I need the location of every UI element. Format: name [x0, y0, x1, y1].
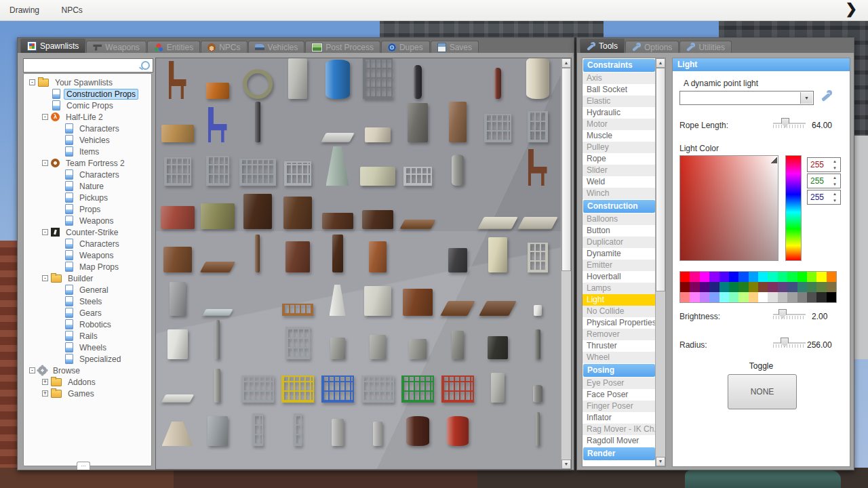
tree-item-weapons[interactable]: Weapons	[24, 215, 151, 226]
palette-swatch[interactable]	[758, 282, 768, 292]
tree-item-browse[interactable]: -Browse	[24, 365, 151, 376]
tool-item-slider[interactable]: Slider	[583, 165, 656, 176]
palette-swatch[interactable]	[709, 292, 719, 302]
prop-thumbnail[interactable]	[197, 363, 237, 407]
tab-entities[interactable]: Entities	[147, 41, 200, 53]
tool-item-ball-socket[interactable]: Ball Socket	[583, 84, 656, 96]
prop-thumbnail[interactable]	[357, 363, 397, 407]
prop-thumbnail[interactable]	[357, 103, 397, 146]
prop-thumbnail[interactable]	[197, 60, 237, 103]
prop-thumbnail[interactable]	[237, 233, 277, 277]
prop-thumbnail[interactable]	[357, 60, 397, 103]
radius-slider[interactable]	[773, 338, 806, 348]
palette-swatch[interactable]	[700, 272, 709, 282]
prop-thumbnail[interactable]	[157, 146, 197, 190]
palette-swatch[interactable]	[827, 282, 836, 292]
prop-thumbnail[interactable]	[317, 60, 357, 103]
palette-swatch[interactable]	[700, 292, 709, 302]
rope-length-slider[interactable]	[773, 118, 806, 129]
tree-item-team-fortress-2[interactable]: -Team Fortress 2	[24, 157, 151, 169]
prop-thumbnail[interactable]	[197, 450, 237, 470]
prop-thumbnail[interactable]	[197, 277, 237, 320]
tool-item-face-poser[interactable]: Face Poser	[583, 389, 656, 401]
tool-item-duplicator[interactable]: Duplicator	[583, 237, 656, 248]
prop-thumbnail[interactable]	[357, 407, 397, 450]
tree-item-specialized[interactable]: Specialized	[24, 353, 151, 365]
prop-thumbnail[interactable]	[517, 277, 557, 320]
prop-thumbnail[interactable]	[477, 103, 517, 146]
palette-swatch[interactable]	[690, 272, 699, 282]
tree-item-characters[interactable]: Characters	[24, 123, 151, 134]
tool-item-rag-mover-ik-ch-[interactable]: Rag Mover - IK Ch...	[583, 424, 656, 435]
prop-thumbnail[interactable]	[277, 277, 317, 320]
collapse-icon[interactable]: -	[42, 160, 48, 166]
tree-item-weapons[interactable]: Weapons	[24, 249, 151, 261]
prop-thumbnail[interactable]	[157, 450, 197, 470]
prop-thumbnail[interactable]	[397, 146, 437, 190]
palette-swatch[interactable]	[797, 272, 807, 282]
scrollbar-thumb[interactable]	[656, 68, 665, 291]
tool-item-button[interactable]: Button	[583, 225, 656, 237]
prop-thumbnail[interactable]	[517, 103, 557, 146]
spin-up-icon[interactable]: ▲	[833, 176, 837, 180]
tool-item-emitter[interactable]: Emitter	[583, 260, 656, 271]
palette-swatch[interactable]	[787, 282, 797, 292]
palette-swatch[interactable]	[729, 282, 738, 292]
palette-swatch[interactable]	[749, 282, 758, 292]
palette-swatch[interactable]	[738, 272, 748, 282]
tree-item-pickups[interactable]: Pickups	[24, 192, 151, 203]
palette-swatch[interactable]	[787, 272, 797, 282]
none-toggle-button[interactable]: NONE	[728, 374, 797, 409]
palette-swatch[interactable]	[738, 292, 748, 302]
red-value-spinner[interactable]: 255▲▼	[807, 157, 841, 172]
prop-thumbnail[interactable]	[437, 363, 477, 407]
palette-swatch[interactable]	[778, 282, 787, 292]
prop-thumbnail[interactable]	[237, 103, 277, 146]
palette-swatch[interactable]	[729, 292, 738, 302]
palette-swatch[interactable]	[807, 272, 816, 282]
palette-swatch[interactable]	[807, 282, 816, 292]
blue-value-spinner[interactable]: 255▲▼	[807, 190, 841, 205]
tree-item-gears[interactable]: Gears	[24, 307, 151, 319]
palette-swatch[interactable]	[680, 272, 690, 282]
prop-thumbnail[interactable]	[517, 407, 557, 450]
palette-swatch[interactable]	[787, 292, 797, 302]
palette-swatch[interactable]	[778, 272, 787, 282]
palette-swatch[interactable]	[690, 292, 699, 302]
expand-icon[interactable]: +	[42, 379, 48, 385]
tab-tools[interactable]: Tools	[580, 39, 625, 53]
tree-item-games[interactable]: +Games	[24, 388, 151, 399]
preset-wrench-icon[interactable]	[821, 90, 833, 102]
prop-thumbnail[interactable]	[317, 190, 357, 233]
prop-thumbnail[interactable]	[197, 146, 237, 190]
tree-item-props[interactable]: Props	[24, 203, 151, 215]
prop-thumbnail[interactable]	[157, 233, 197, 277]
prop-thumbnail[interactable]	[157, 363, 197, 407]
palette-swatch[interactable]	[797, 282, 807, 292]
prop-thumbnail[interactable]	[157, 407, 197, 450]
prop-thumbnail[interactable]	[477, 363, 517, 407]
prop-thumbnail[interactable]	[317, 146, 357, 190]
prop-thumbnail[interactable]	[357, 146, 397, 190]
palette-swatch[interactable]	[778, 292, 787, 302]
tree-item-characters[interactable]: Characters	[24, 169, 151, 180]
palette-swatch[interactable]	[729, 272, 738, 282]
prop-thumbnail[interactable]	[277, 407, 317, 450]
tool-item-remover[interactable]: Remover	[583, 329, 656, 340]
tree-item-steels[interactable]: Steels	[24, 296, 151, 307]
prop-thumbnail[interactable]	[437, 103, 477, 146]
prop-thumbnail[interactable]	[317, 320, 357, 363]
prop-thumbnail[interactable]	[317, 363, 357, 407]
tree-item-half-life-2[interactable]: -λHalf-Life 2	[24, 111, 151, 123]
tool-item-no-collide[interactable]: No Collide	[583, 306, 656, 317]
scroll-up-icon[interactable]: ▲	[561, 58, 571, 68]
tool-item-wheel[interactable]: Wheel	[583, 352, 656, 363]
palette-swatch[interactable]	[797, 292, 807, 302]
collapse-icon[interactable]: -	[29, 367, 35, 373]
tree-item-map-props[interactable]: Map Props	[24, 261, 151, 272]
tool-list-scrollbar[interactable]: ▲ ▼	[655, 58, 665, 466]
spinner-arrows[interactable]: ▲▼	[830, 190, 840, 204]
tree-resize-grip[interactable]: ...	[77, 462, 90, 470]
tree-item-rails[interactable]: Rails	[24, 330, 151, 342]
prop-thumbnail[interactable]	[317, 103, 357, 146]
